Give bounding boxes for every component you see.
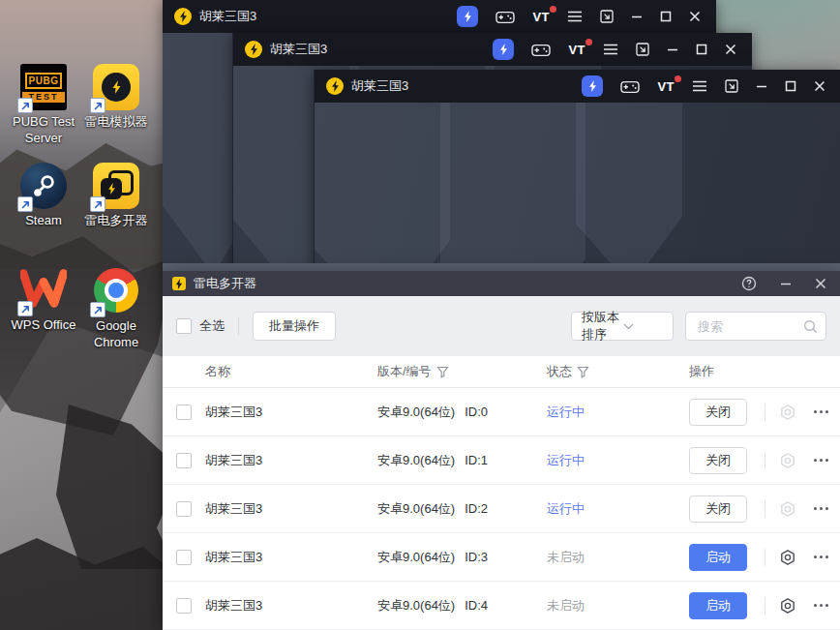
menu-icon[interactable]: [567, 11, 583, 22]
window-title: 胡莱三国3: [270, 41, 327, 58]
background-pattern: [440, 103, 585, 278]
row-checkbox[interactable]: [176, 501, 192, 517]
settings-gear-icon[interactable]: [779, 549, 796, 566]
gamepad-icon[interactable]: [531, 43, 551, 57]
instance-row: 胡莱三国3 安卓9.0(64位)ID:2 运行中 关闭: [163, 485, 840, 533]
ld-multi-opener-app-icon: [172, 277, 186, 290]
more-options-icon[interactable]: [812, 600, 830, 611]
wps-office-icon: [20, 267, 67, 314]
vt-indicator[interactable]: VT: [532, 10, 550, 24]
window-title: 胡莱三国3: [199, 8, 256, 25]
more-options-icon[interactable]: [812, 503, 830, 514]
shortcut-arrow-icon: [17, 301, 33, 316]
background-pattern: [576, 103, 682, 278]
status-text: 未启动: [547, 549, 585, 566]
divider: [765, 452, 765, 469]
minimize-icon[interactable]: [756, 80, 767, 92]
more-options-icon[interactable]: [812, 406, 830, 417]
search-input[interactable]: [696, 318, 803, 335]
settings-gear-icon[interactable]: [779, 597, 796, 615]
divider: [765, 500, 765, 518]
boost-icon[interactable]: [582, 75, 603, 97]
maximize-icon[interactable]: [785, 80, 796, 92]
mini-window-icon[interactable]: [725, 79, 738, 93]
gamepad-icon[interactable]: [620, 79, 640, 94]
row-checkbox[interactable]: [176, 405, 192, 420]
instance-id: ID:1: [465, 453, 488, 467]
desktop-shortcut-pubg-test-server[interactable]: PUBGTEST PUBG Test Server: [10, 64, 77, 147]
background-pattern: [315, 103, 450, 278]
more-options-icon[interactable]: [812, 552, 830, 562]
vt-indicator[interactable]: VT: [568, 43, 585, 57]
instance-name: 胡莱三国3: [205, 549, 377, 566]
menu-icon[interactable]: [692, 80, 707, 92]
manager-titlebar[interactable]: 雷电多开器: [163, 271, 840, 296]
close-button[interactable]: 关闭: [689, 447, 747, 474]
menu-icon[interactable]: [603, 44, 618, 55]
boost-icon[interactable]: [457, 6, 478, 27]
start-button[interactable]: 启动: [689, 592, 747, 619]
row-checkbox[interactable]: [176, 453, 192, 468]
mini-window-icon[interactable]: [600, 10, 614, 23]
search-icon: [803, 319, 818, 334]
mini-window-icon[interactable]: [636, 43, 649, 56]
filter-icon[interactable]: [577, 366, 589, 378]
sort-dropdown[interactable]: 按版本排序: [571, 312, 674, 341]
close-button[interactable]: 关闭: [689, 399, 747, 426]
emulator-window-3: 胡莱三国3 VT: [314, 70, 840, 278]
multi-instance-manager-window: 雷电多开器 全选 批量操作 按版本排序: [163, 271, 840, 630]
row-checkbox[interactable]: [176, 550, 192, 565]
close-icon[interactable]: [725, 44, 736, 55]
desktop-shortcut-google-chrome[interactable]: Google Chrome: [82, 267, 150, 351]
instance-version: 安卓9.0(64位): [377, 404, 455, 421]
emulator-titlebar[interactable]: 胡莱三国3 VT: [163, 0, 716, 33]
more-options-icon[interactable]: [812, 455, 830, 465]
maximize-icon[interactable]: [660, 11, 672, 22]
close-icon[interactable]: [689, 11, 701, 22]
header-version: 版本/编号: [377, 363, 432, 380]
divider: [765, 404, 765, 421]
help-icon[interactable]: [741, 276, 757, 291]
window-title: 胡莱三国3: [351, 77, 408, 95]
boost-icon[interactable]: [493, 39, 514, 60]
settings-gear-icon[interactable]: [779, 500, 796, 518]
settings-gear-icon[interactable]: [779, 404, 796, 421]
minimize-icon[interactable]: [667, 44, 678, 55]
shortcut-arrow-icon: [90, 302, 105, 317]
instance-row: 胡莱三国3 安卓9.0(64位)ID:1 运行中 关闭: [163, 436, 840, 485]
instance-version: 安卓9.0(64位): [377, 597, 455, 615]
ldplayer-emulator-icon: [93, 64, 139, 110]
desktop-icon-label: Steam: [10, 213, 77, 229]
select-all-checkbox[interactable]: [176, 318, 192, 334]
gamepad-icon[interactable]: [495, 10, 515, 24]
desktop-shortcut-ldplayer-emulator[interactable]: 雷电模拟器: [82, 64, 150, 131]
filter-icon[interactable]: [436, 366, 449, 378]
desktop-shortcut-ld-multi-opener[interactable]: 雷电多开器: [82, 163, 150, 229]
minimize-icon[interactable]: [780, 278, 792, 289]
shortcut-arrow-icon: [90, 196, 105, 212]
shortcut-arrow-icon: [17, 98, 33, 113]
vt-indicator[interactable]: VT: [657, 79, 675, 94]
chevron-down-icon: [623, 323, 665, 330]
desktop-shortcut-wps-office[interactable]: WPS Office: [10, 267, 77, 334]
emulator-titlebar[interactable]: 胡莱三国3 VT: [315, 70, 840, 103]
instance-row: 胡莱三国3 安卓9.0(64位)ID:4 未启动 启动: [163, 582, 840, 630]
emulator-titlebar[interactable]: 胡莱三国3 VT: [233, 33, 752, 66]
instance-row: 胡莱三国3 安卓9.0(64位)ID:0 运行中 关闭: [163, 388, 840, 436]
emulator-content: [315, 103, 840, 278]
instance-name: 胡莱三国3: [205, 500, 377, 518]
batch-operations-button[interactable]: 批量操作: [253, 312, 336, 341]
row-checkbox[interactable]: [176, 598, 192, 614]
close-icon[interactable]: [815, 278, 826, 289]
settings-gear-icon[interactable]: [779, 452, 796, 469]
table-header: 名称 版本/编号 状态 操作: [163, 356, 840, 388]
instance-id: ID:0: [465, 405, 488, 419]
close-icon[interactable]: [814, 80, 825, 92]
minimize-icon[interactable]: [631, 11, 643, 22]
close-button[interactable]: 关闭: [689, 495, 747, 523]
desktop-shortcut-steam[interactable]: Steam: [10, 163, 77, 229]
start-button[interactable]: 启动: [689, 544, 747, 571]
ldplayer-logo-icon: [245, 41, 262, 58]
instance-id: ID:2: [465, 501, 488, 516]
maximize-icon[interactable]: [696, 44, 707, 55]
